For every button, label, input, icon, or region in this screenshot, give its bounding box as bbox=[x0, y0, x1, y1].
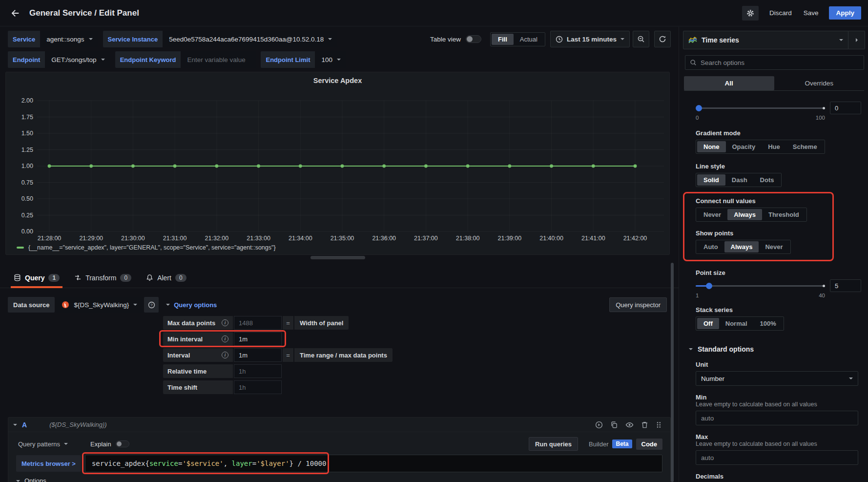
time-range-picker[interactable]: Last 15 minutes bbox=[550, 31, 630, 47]
drag-handle-icon[interactable] bbox=[656, 421, 661, 429]
query-editor-section: Data source ${DS_SkyWalking} ? Query opt… bbox=[0, 289, 679, 482]
radio-option-normal[interactable]: Normal bbox=[719, 318, 754, 329]
point-size-field: Point size 5 1 40 bbox=[696, 269, 861, 298]
point-size-value[interactable]: 5 bbox=[830, 279, 861, 292]
radio-option-hue[interactable]: Hue bbox=[762, 141, 786, 152]
radio-option-opacity[interactable]: Opacity bbox=[726, 141, 762, 152]
radio-option-dash[interactable]: Dash bbox=[725, 174, 754, 186]
explain-toggle[interactable] bbox=[116, 440, 129, 447]
radio-option-scheme[interactable]: Scheme bbox=[786, 141, 824, 152]
fill-opacity-value[interactable]: 0 bbox=[830, 102, 861, 114]
query-options-collapse[interactable]: Options bbox=[16, 477, 662, 482]
hide-query-icon[interactable] bbox=[625, 421, 634, 429]
option-label: Intervali bbox=[163, 348, 233, 362]
tab-transform[interactable]: Transform 0 bbox=[74, 268, 131, 288]
promql-expression-input[interactable]: service_apdex{service='$service', layer=… bbox=[85, 455, 662, 472]
slider-min-label: 0 bbox=[696, 115, 699, 121]
refresh-button[interactable] bbox=[654, 31, 671, 47]
option-input[interactable]: 1m bbox=[234, 348, 282, 362]
query-options-rows: Max data pointsi1488=Width of panelMin i… bbox=[163, 316, 679, 394]
query-option-row: Relative time1h bbox=[163, 364, 282, 378]
radio-option-threshold[interactable]: Threshold bbox=[762, 209, 806, 220]
stack-series-label: Stack series bbox=[696, 306, 861, 314]
run-queries-button[interactable]: Run queries bbox=[529, 437, 578, 451]
option-input[interactable]: 1h bbox=[234, 364, 282, 378]
options-search-input[interactable]: Search options bbox=[685, 55, 864, 70]
radio-option-none[interactable]: None bbox=[697, 141, 726, 152]
endpoint-toolbar: Endpoint GET:/songs/top Endpoint Keyword… bbox=[8, 51, 346, 68]
slider-end-dot bbox=[823, 107, 825, 109]
actual-option[interactable]: Actual bbox=[514, 34, 544, 45]
endpoint-keyword-variable: Endpoint Keyword Enter variable value bbox=[115, 51, 256, 68]
scrollbar[interactable] bbox=[670, 259, 675, 482]
chevron-right-icon bbox=[856, 38, 858, 42]
slider-handle[interactable] bbox=[706, 283, 712, 289]
tab-query[interactable]: Query 1 bbox=[14, 268, 60, 288]
service-instance-select[interactable]: 5eed0e5758a244aca6e7699415d360aa@10.52.0… bbox=[164, 31, 337, 47]
service-select[interactable]: agent::songs bbox=[41, 31, 98, 47]
panel-settings-button[interactable] bbox=[742, 6, 759, 21]
editor-tabs: Query 1 Transform 0 Alert 0 bbox=[0, 268, 679, 288]
zoom-out-button[interactable] bbox=[633, 31, 649, 47]
radio-option-never[interactable]: Never bbox=[759, 241, 789, 252]
tab-all[interactable]: All bbox=[684, 76, 774, 90]
radio-option-100-[interactable]: 100% bbox=[754, 318, 783, 329]
chart-legend[interactable]: {__name__="service_apdex", layer="GENERA… bbox=[17, 244, 276, 251]
radio-option-off[interactable]: Off bbox=[697, 318, 719, 329]
series-point bbox=[592, 165, 595, 168]
time-series-chart[interactable]: 21:28:0021:29:0021:30:0021:31:0021:32:00… bbox=[6, 72, 669, 254]
radio-option-never[interactable]: Never bbox=[697, 209, 727, 220]
gradient-mode-field: Gradient mode NoneOpacityHueScheme bbox=[696, 129, 861, 154]
save-button[interactable]: Save bbox=[798, 6, 825, 20]
radio-option-always[interactable]: Always bbox=[724, 241, 759, 252]
equals-icon: = bbox=[283, 316, 293, 330]
metrics-browser-button[interactable]: Metrics browser > bbox=[16, 455, 81, 472]
query-row-header[interactable]: A (${DS_SkyWalking}) bbox=[8, 418, 670, 432]
standard-options-section[interactable]: Standard options bbox=[689, 345, 861, 353]
endpoint-select[interactable]: GET:/songs/top bbox=[46, 51, 110, 68]
x-axis-label: 21:33:00 bbox=[247, 235, 270, 242]
query-patterns-dropdown[interactable]: Query patterns bbox=[16, 440, 70, 448]
tab-alert[interactable]: Alert 0 bbox=[146, 268, 186, 288]
decimals-label: Decimals bbox=[696, 473, 861, 480]
datasource-help-button[interactable]: ? bbox=[144, 297, 159, 313]
visualization-picker[interactable]: Time series bbox=[683, 31, 848, 49]
max-input[interactable]: auto bbox=[696, 450, 858, 465]
discard-button[interactable]: Discard bbox=[764, 6, 798, 20]
query-option-row: Min intervali1m bbox=[163, 332, 282, 346]
apply-button[interactable]: Apply bbox=[829, 6, 861, 20]
radio-option-auto[interactable]: Auto bbox=[697, 241, 724, 252]
back-button[interactable] bbox=[7, 5, 23, 21]
table-view-toggle[interactable] bbox=[466, 35, 481, 43]
run-query-icon[interactable] bbox=[595, 421, 603, 429]
endpoint-limit-select[interactable]: 100 bbox=[316, 51, 346, 68]
fill-option[interactable]: Fill bbox=[492, 34, 514, 45]
pane-resize-handle[interactable] bbox=[310, 256, 365, 259]
collapse-options-button[interactable] bbox=[848, 31, 865, 49]
radio-option-solid[interactable]: Solid bbox=[697, 174, 725, 186]
point-size-slider[interactable] bbox=[696, 279, 825, 292]
query-options-header[interactable]: Query options bbox=[166, 301, 217, 309]
x-axis-label: 21:30:00 bbox=[121, 235, 145, 242]
tab-overrides[interactable]: Overrides bbox=[774, 76, 865, 90]
option-input[interactable]: 1h bbox=[234, 380, 282, 394]
option-input[interactable]: 1488 bbox=[234, 316, 282, 330]
duplicate-query-icon[interactable] bbox=[610, 421, 618, 429]
delete-query-icon[interactable] bbox=[641, 421, 648, 429]
radio-option-dots[interactable]: Dots bbox=[754, 174, 781, 186]
builder-option[interactable]: Builder bbox=[589, 440, 608, 448]
endpoint-keyword-input[interactable]: Enter variable value bbox=[182, 51, 256, 68]
min-input[interactable]: auto bbox=[696, 411, 858, 425]
series-point bbox=[131, 165, 135, 168]
fill-opacity-slider[interactable] bbox=[696, 102, 825, 114]
expression-token: , bbox=[224, 460, 232, 467]
unit-select[interactable]: Number bbox=[696, 371, 858, 386]
query-inspector-button[interactable]: Query inspector bbox=[609, 297, 667, 312]
option-input[interactable]: 1m bbox=[234, 332, 282, 346]
datasource-picker[interactable]: ${DS_SkyWalking} bbox=[56, 297, 143, 313]
option-label: Relative time bbox=[163, 364, 233, 378]
code-option[interactable]: Code bbox=[636, 439, 663, 450]
slider-handle[interactable] bbox=[696, 105, 702, 111]
radio-option-always[interactable]: Always bbox=[727, 209, 762, 220]
y-axis-label: 0.25 bbox=[21, 212, 33, 219]
